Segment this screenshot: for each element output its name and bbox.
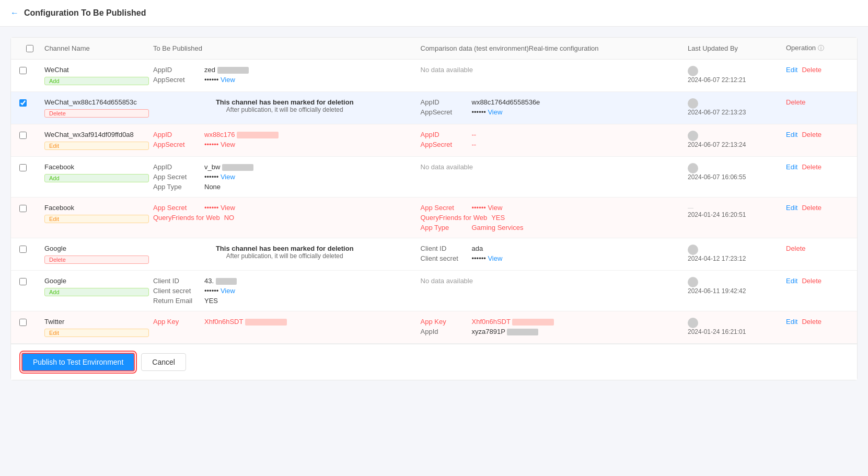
updated-col: 2024-06-07 22:12:21: [688, 66, 782, 84]
field-value: •••••• View: [204, 204, 235, 212]
row-checkbox[interactable]: [19, 205, 27, 212]
field-value: Xhf0n6hSDT: [204, 318, 287, 326]
updated-col: 2024-06-07 22:13:23: [688, 98, 782, 116]
view-link[interactable]: View: [488, 204, 502, 212]
field-value: •••••• View: [472, 254, 503, 262]
no-data-label: No data available: [421, 277, 684, 285]
updated-time: 2024-01-24 16:21:01: [688, 328, 746, 335]
field-row: AppSecret --: [421, 141, 684, 148]
delete-link[interactable]: Delete: [802, 277, 821, 285]
operation-col: Edit Delete: [786, 131, 849, 138]
row-check-col: [19, 98, 40, 107]
cancel-button[interactable]: Cancel: [141, 353, 186, 371]
edit-link[interactable]: Edit: [786, 318, 797, 326]
field-label: App Key: [421, 318, 468, 326]
field-row: App Type Gaming Services: [421, 224, 684, 231]
table-row: Facebook Edit App Secret •••••• View Que…: [11, 198, 857, 238]
channel-badge: Add: [44, 77, 149, 85]
field-row: QueryFriends for Web NO: [153, 214, 416, 222]
table-row: Twitter Edit App Key Xhf0n6hSDT App Key …: [11, 311, 857, 344]
edit-link[interactable]: Edit: [786, 163, 797, 171]
view-link[interactable]: View: [221, 76, 235, 84]
publish-col: This channel has been marked for deletio…: [153, 245, 416, 260]
view-link[interactable]: View: [221, 141, 235, 148]
row-check-col: [19, 163, 40, 171]
table-row: Google Delete This channel has been mark…: [11, 238, 857, 271]
field-row: QueryFriends for Web YES: [421, 214, 684, 222]
updated-col: 2024-04-12 17:23:12: [688, 245, 782, 262]
field-value: None: [204, 183, 221, 191]
view-link[interactable]: View: [221, 287, 235, 295]
field-row: Return Email YES: [153, 297, 416, 305]
row-checkbox[interactable]: [19, 278, 27, 285]
edit-link[interactable]: Edit: [786, 66, 797, 74]
back-button[interactable]: ←: [10, 8, 19, 18]
view-link[interactable]: View: [488, 108, 502, 116]
row-checkbox[interactable]: [19, 132, 27, 139]
delete-link[interactable]: Delete: [802, 204, 821, 212]
delete-link[interactable]: Delete: [802, 131, 821, 138]
table-row: WeChat_wx3af914df09ffd0a8 Edit AppID wx8…: [11, 124, 857, 157]
table-row: WeChat Add AppID zed AppSecret •••••• Vi…: [11, 60, 857, 92]
view-link[interactable]: View: [221, 204, 235, 212]
channel-name: WeChat: [44, 66, 149, 74]
field-label: App Secret: [153, 204, 200, 212]
updated-time: 2024-06-07 22:13:23: [688, 109, 746, 116]
field-row: App Key Xhf0n6hSDT: [153, 318, 416, 326]
comparison-col: AppID wx88c1764d6558536e AppSecret •••••…: [421, 98, 684, 116]
field-label: App Secret: [153, 173, 200, 181]
view-link[interactable]: View: [488, 254, 502, 262]
updated-time: 2024-06-07 22:13:24: [688, 141, 746, 148]
field-value: Gaming Services: [472, 224, 524, 231]
channel-badge: Edit: [44, 142, 149, 150]
field-label: App Secret: [421, 204, 468, 212]
blurred-value: [237, 132, 279, 138]
channel-name: WeChat_wx88c1764d655853c: [44, 98, 149, 106]
comparison-col: App Secret •••••• View QueryFriends for …: [421, 204, 684, 231]
row-checkbox[interactable]: [19, 67, 27, 74]
updated-col: 2024-06-11 19:42:42: [688, 277, 782, 295]
table-header: Channel Name To Be Published Comparison …: [11, 38, 857, 60]
row-check-col: [19, 245, 40, 253]
view-link[interactable]: View: [221, 173, 235, 181]
channel-badge: Delete: [44, 256, 149, 264]
table-row: Facebook Add AppID v_bw App Secret •••••…: [11, 157, 857, 198]
edit-link[interactable]: Edit: [786, 277, 797, 285]
publish-col: This channel has been marked for deletio…: [153, 98, 416, 113]
delete-link[interactable]: Delete: [802, 66, 821, 74]
field-value: •••••• View: [472, 204, 503, 212]
field-value: --: [472, 141, 477, 148]
field-label: AppID: [153, 163, 200, 171]
delete-link[interactable]: Delete: [786, 98, 806, 106]
page-header: ← Configuration To Be Published: [0, 0, 868, 27]
field-row: AppSecret •••••• View: [421, 108, 684, 116]
avatar: [688, 277, 698, 287]
field-label: AppId: [421, 328, 468, 335]
edit-link[interactable]: Edit: [786, 131, 797, 138]
edit-link[interactable]: Edit: [786, 204, 797, 212]
field-label: Client ID: [421, 245, 468, 252]
table-row: WeChat_wx88c1764d655853c Delete This cha…: [11, 92, 857, 124]
updated-col: 2024-06-07 22:13:24: [688, 131, 782, 148]
deletion-title: This channel has been marked for deletio…: [153, 245, 416, 252]
publish-col: App Key Xhf0n6hSDT: [153, 318, 416, 326]
delete-link[interactable]: Delete: [802, 318, 821, 326]
field-label: AppID: [153, 131, 200, 138]
field-value: ada: [472, 245, 483, 252]
row-checkbox[interactable]: [19, 99, 27, 107]
row-checkbox[interactable]: [19, 246, 27, 253]
delete-link[interactable]: Delete: [802, 163, 821, 171]
channel-name: Facebook: [44, 163, 149, 171]
channel-col: Facebook Edit: [44, 204, 149, 223]
comparison-col: App Key Xhf0n6hSDT AppId xyza7891P: [421, 318, 684, 335]
select-all-checkbox[interactable]: [26, 45, 33, 52]
updated-time: 2024-06-07 16:06:55: [688, 173, 746, 181]
blurred-value: [512, 319, 554, 326]
publish-col: Client ID 43. Client secret •••••• View …: [153, 277, 416, 305]
blurred-value: [245, 319, 287, 326]
row-checkbox[interactable]: [19, 164, 27, 171]
row-checkbox[interactable]: [19, 319, 27, 326]
delete-link[interactable]: Delete: [786, 245, 806, 252]
publish-button[interactable]: Publish to Test Environment: [21, 353, 135, 371]
field-row: AppID wx88c176: [153, 131, 416, 138]
